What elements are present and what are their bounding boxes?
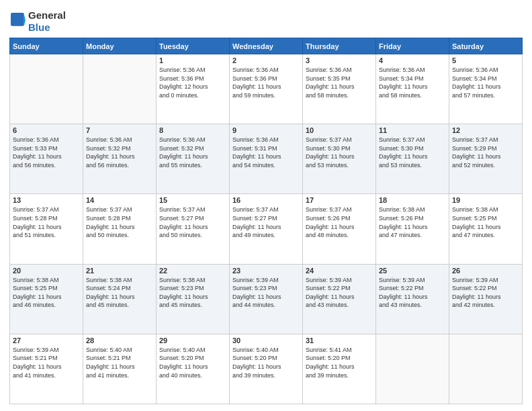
day-number: 3	[306, 56, 373, 64]
day-info: Sunrise: 5:37 AM Sunset: 5:29 PM Dayligh…	[452, 136, 519, 169]
day-info: Sunrise: 5:37 AM Sunset: 5:27 PM Dayligh…	[159, 205, 226, 239]
day-number: 9	[232, 126, 300, 134]
day-number: 26	[452, 267, 519, 275]
day-number: 18	[379, 196, 446, 204]
day-number: 10	[306, 126, 373, 134]
calendar-cell	[376, 334, 449, 404]
day-number: 16	[232, 196, 300, 204]
day-info: Sunrise: 5:36 AM Sunset: 5:35 PM Dayligh…	[306, 66, 373, 99]
day-info: Sunrise: 5:37 AM Sunset: 5:28 PM Dayligh…	[86, 205, 153, 239]
day-number: 6	[13, 126, 80, 134]
day-info: Sunrise: 5:39 AM Sunset: 5:21 PM Dayligh…	[13, 346, 80, 379]
calendar-cell: 18Sunrise: 5:38 AM Sunset: 5:26 PM Dayli…	[376, 194, 449, 264]
day-info: Sunrise: 5:37 AM Sunset: 5:27 PM Dayligh…	[232, 205, 300, 239]
day-number: 20	[13, 267, 80, 275]
calendar-cell: 3Sunrise: 5:36 AM Sunset: 5:35 PM Daylig…	[303, 54, 376, 124]
calendar-cell: 26Sunrise: 5:39 AM Sunset: 5:22 PM Dayli…	[449, 264, 523, 334]
calendar-cell: 23Sunrise: 5:39 AM Sunset: 5:23 PM Dayli…	[230, 264, 303, 334]
svg-marker-1	[24, 14, 26, 26]
day-number: 13	[13, 196, 80, 204]
calendar-cell: 14Sunrise: 5:37 AM Sunset: 5:28 PM Dayli…	[83, 194, 157, 264]
weekday-header-monday: Monday	[83, 38, 157, 54]
day-number: 7	[86, 126, 153, 134]
calendar-cell: 1Sunrise: 5:36 AM Sunset: 5:36 PM Daylig…	[157, 54, 230, 124]
calendar-cell: 8Sunrise: 5:36 AM Sunset: 5:32 PM Daylig…	[157, 124, 230, 194]
calendar-cell: 9Sunrise: 5:36 AM Sunset: 5:31 PM Daylig…	[230, 124, 303, 194]
svg-rect-0	[11, 13, 24, 26]
weekday-header-sunday: Sunday	[10, 38, 83, 54]
calendar-week-row: 27Sunrise: 5:39 AM Sunset: 5:21 PM Dayli…	[10, 334, 523, 404]
day-number: 8	[159, 126, 226, 134]
calendar-cell: 31Sunrise: 5:41 AM Sunset: 5:20 PM Dayli…	[303, 334, 376, 404]
day-info: Sunrise: 5:38 AM Sunset: 5:25 PM Dayligh…	[13, 276, 80, 310]
day-number: 4	[379, 56, 446, 64]
weekday-header-wednesday: Wednesday	[230, 38, 303, 54]
day-info: Sunrise: 5:36 AM Sunset: 5:36 PM Dayligh…	[159, 66, 226, 99]
day-number: 25	[379, 267, 446, 275]
calendar-week-row: 20Sunrise: 5:38 AM Sunset: 5:25 PM Dayli…	[10, 264, 523, 334]
day-info: Sunrise: 5:36 AM Sunset: 5:36 PM Dayligh…	[232, 66, 300, 99]
day-info: Sunrise: 5:40 AM Sunset: 5:20 PM Dayligh…	[232, 346, 300, 379]
day-number: 14	[86, 196, 153, 204]
calendar-table: SundayMondayTuesdayWednesdayThursdayFrid…	[9, 38, 523, 404]
calendar-cell: 6Sunrise: 5:36 AM Sunset: 5:33 PM Daylig…	[10, 124, 83, 194]
calendar-cell	[83, 54, 157, 124]
day-info: Sunrise: 5:37 AM Sunset: 5:30 PM Dayligh…	[306, 136, 373, 169]
calendar-week-row: 6Sunrise: 5:36 AM Sunset: 5:33 PM Daylig…	[10, 124, 523, 194]
calendar-cell: 24Sunrise: 5:39 AM Sunset: 5:22 PM Dayli…	[303, 264, 376, 334]
day-info: Sunrise: 5:39 AM Sunset: 5:22 PM Dayligh…	[452, 276, 519, 310]
day-info: Sunrise: 5:36 AM Sunset: 5:32 PM Dayligh…	[159, 136, 226, 169]
page: General Blue SundayMondayTuesdayWednesda…	[0, 0, 532, 411]
logo-icon	[11, 13, 26, 28]
calendar-cell: 30Sunrise: 5:40 AM Sunset: 5:20 PM Dayli…	[230, 334, 303, 404]
calendar-cell: 20Sunrise: 5:38 AM Sunset: 5:25 PM Dayli…	[10, 264, 83, 334]
weekday-header-friday: Friday	[376, 38, 449, 54]
day-info: Sunrise: 5:36 AM Sunset: 5:31 PM Dayligh…	[232, 136, 300, 169]
calendar-cell	[10, 54, 83, 124]
calendar-cell: 25Sunrise: 5:39 AM Sunset: 5:22 PM Dayli…	[376, 264, 449, 334]
day-info: Sunrise: 5:38 AM Sunset: 5:25 PM Dayligh…	[452, 205, 519, 239]
day-number: 27	[13, 336, 80, 345]
day-info: Sunrise: 5:40 AM Sunset: 5:20 PM Dayligh…	[159, 346, 226, 379]
calendar-cell: 4Sunrise: 5:36 AM Sunset: 5:34 PM Daylig…	[376, 54, 449, 124]
weekday-header-tuesday: Tuesday	[157, 38, 230, 54]
calendar-cell	[449, 334, 523, 404]
day-number: 17	[306, 196, 373, 204]
calendar-week-row: 1Sunrise: 5:36 AM Sunset: 5:36 PM Daylig…	[10, 54, 523, 124]
day-number: 5	[452, 56, 519, 64]
calendar-cell: 7Sunrise: 5:36 AM Sunset: 5:32 PM Daylig…	[83, 124, 157, 194]
calendar-header-row: SundayMondayTuesdayWednesdayThursdayFrid…	[10, 38, 523, 54]
day-info: Sunrise: 5:38 AM Sunset: 5:23 PM Dayligh…	[159, 276, 226, 310]
day-number: 1	[159, 56, 226, 64]
calendar-cell: 29Sunrise: 5:40 AM Sunset: 5:20 PM Dayli…	[157, 334, 230, 404]
day-info: Sunrise: 5:37 AM Sunset: 5:28 PM Dayligh…	[13, 205, 80, 239]
header: General Blue	[9, 7, 523, 34]
logo: General Blue	[9, 9, 66, 34]
calendar-cell: 28Sunrise: 5:40 AM Sunset: 5:21 PM Dayli…	[83, 334, 157, 404]
calendar-cell: 17Sunrise: 5:37 AM Sunset: 5:26 PM Dayli…	[303, 194, 376, 264]
calendar-cell: 21Sunrise: 5:38 AM Sunset: 5:24 PM Dayli…	[83, 264, 157, 334]
calendar-cell: 2Sunrise: 5:36 AM Sunset: 5:36 PM Daylig…	[230, 54, 303, 124]
calendar-cell: 11Sunrise: 5:37 AM Sunset: 5:30 PM Dayli…	[376, 124, 449, 194]
calendar-cell: 10Sunrise: 5:37 AM Sunset: 5:30 PM Dayli…	[303, 124, 376, 194]
day-info: Sunrise: 5:36 AM Sunset: 5:33 PM Dayligh…	[13, 136, 80, 169]
calendar-cell: 12Sunrise: 5:37 AM Sunset: 5:29 PM Dayli…	[449, 124, 523, 194]
day-number: 30	[232, 336, 300, 345]
day-number: 11	[379, 126, 446, 134]
day-number: 23	[232, 267, 300, 275]
day-number: 19	[452, 196, 519, 204]
day-number: 29	[159, 336, 226, 345]
day-number: 24	[306, 267, 373, 275]
day-number: 2	[232, 56, 300, 64]
weekday-header-thursday: Thursday	[303, 38, 376, 54]
day-info: Sunrise: 5:38 AM Sunset: 5:26 PM Dayligh…	[379, 205, 446, 239]
calendar-cell: 16Sunrise: 5:37 AM Sunset: 5:27 PM Dayli…	[230, 194, 303, 264]
logo-text-line1: General	[28, 9, 66, 21]
day-info: Sunrise: 5:36 AM Sunset: 5:32 PM Dayligh…	[86, 136, 153, 169]
day-number: 28	[86, 336, 153, 345]
day-info: Sunrise: 5:39 AM Sunset: 5:22 PM Dayligh…	[379, 276, 446, 310]
calendar-cell: 22Sunrise: 5:38 AM Sunset: 5:23 PM Dayli…	[157, 264, 230, 334]
calendar-cell: 19Sunrise: 5:38 AM Sunset: 5:25 PM Dayli…	[449, 194, 523, 264]
calendar-cell: 15Sunrise: 5:37 AM Sunset: 5:27 PM Dayli…	[157, 194, 230, 264]
day-info: Sunrise: 5:40 AM Sunset: 5:21 PM Dayligh…	[86, 346, 153, 379]
